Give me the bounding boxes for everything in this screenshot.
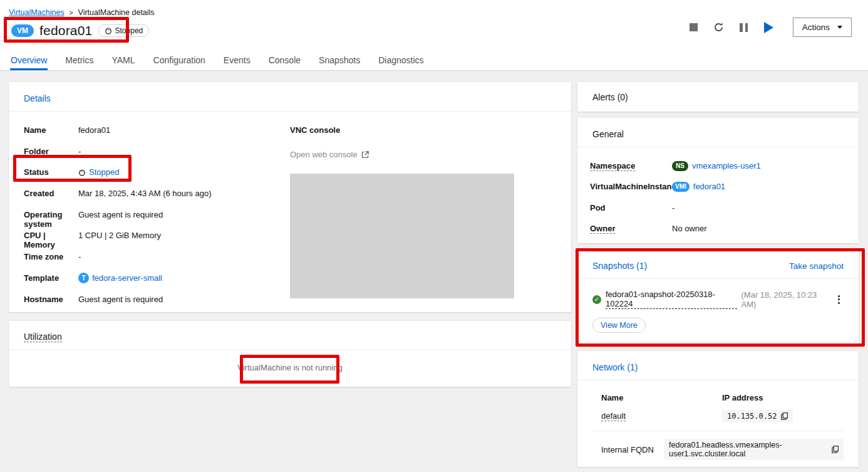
vnc-console-section: VNC console Open web console [290, 125, 556, 315]
general-value-namespace: NS vmexamples-user1 [672, 161, 844, 171]
detail-value-name: fedora01 [78, 125, 290, 135]
restart-icon [713, 22, 724, 33]
internal-fqdn-label: Internal FQDN [601, 445, 664, 454]
power-off-icon [105, 27, 112, 34]
left-column: Details Name fedora01 Folder - Status [9, 82, 571, 387]
snapshot-timestamp: (Mar 18, 2025, 10:23 AM) [741, 290, 830, 309]
network-row-ip: 10.135.0.52 [722, 407, 844, 429]
detail-value-cpu-memory: 1 CPU | 2 GiB Memory [78, 231, 290, 240]
overview-content: Details Name fedora01 Folder - Status [0, 71, 868, 467]
general-card-title: General [592, 129, 624, 139]
internal-fqdn-value: fedora01.headless.vmexamples-user1.svc.c… [669, 441, 827, 458]
network-col-ip: IP address [722, 389, 844, 407]
vm-details-page: VirtualMachines > VirtualMachine details… [0, 0, 868, 472]
detail-label-created: Created [24, 189, 78, 198]
copy-icon[interactable] [781, 412, 788, 420]
details-list: Name fedora01 Folder - Status Stopped Cr… [24, 125, 290, 315]
detail-value-status: Stopped [78, 167, 290, 177]
copy-icon[interactable] [832, 446, 839, 453]
general-label-vmi: VirtualMachineInstance [590, 182, 672, 191]
play-icon [764, 22, 773, 33]
detail-value-template: T fedora-server-small [78, 273, 290, 283]
open-web-console-link[interactable]: Open web console [290, 150, 556, 159]
snapshots-card: Snapshots (1) Take snapshot ✓ fedora01-s… [577, 249, 859, 346]
status-stopped-link[interactable]: Stopped [89, 167, 119, 177]
general-label-namespace: Namespace [590, 161, 672, 170]
breadcrumb-virtualmachines-link[interactable]: VirtualMachines [9, 8, 65, 17]
network-card-header: Network (1) [577, 351, 859, 380]
tab-metrics[interactable]: Metrics [65, 54, 94, 70]
snapshots-card-title[interactable]: Snapshots (1) [592, 261, 647, 271]
external-link-icon [361, 151, 369, 159]
details-card-header: Details [9, 82, 571, 112]
breadcrumb-current: VirtualMachine details [78, 8, 155, 17]
actions-dropdown-button[interactable]: Actions [793, 18, 852, 37]
actions-dropdown-label: Actions [802, 23, 830, 32]
general-list: Namespace NS vmexamples-user1 VirtualMac… [577, 147, 859, 245]
network-card-title[interactable]: Network (1) [592, 362, 638, 372]
vnc-screen-placeholder[interactable] [290, 174, 514, 298]
detail-value-timezone: - [78, 252, 290, 261]
tab-snapshots[interactable]: Snapshots [318, 54, 361, 70]
alerts-card-title: Alerts (0) [592, 92, 628, 102]
utilization-card: Utilization VirtualMachine is not runnin… [9, 321, 571, 387]
view-more-button[interactable]: View More [592, 318, 646, 333]
general-card: General Namespace NS vmexamples-user1 Vi… [577, 118, 859, 243]
detail-label-timezone: Time zone [24, 252, 78, 261]
tab-diagnostics[interactable]: Diagnostics [378, 54, 424, 70]
restart-button[interactable] [706, 18, 731, 37]
breadcrumb-separator: > [70, 9, 73, 16]
page-title: fedora01 [39, 23, 93, 38]
vm-resource-badge: VM [11, 24, 34, 37]
vm-action-toolbar: Actions [681, 18, 852, 37]
details-card-title[interactable]: Details [24, 93, 51, 103]
vmi-link[interactable]: fedora01 [693, 182, 725, 191]
detail-value-folder: - [78, 147, 290, 156]
detail-value-hostname: Guest agent is required [78, 295, 290, 304]
general-card-header: General [577, 118, 859, 147]
template-link[interactable]: fedora-server-small [92, 273, 162, 283]
breadcrumb: VirtualMachines > VirtualMachine details [9, 8, 858, 17]
vm-tab-bar: Overview Metrics YAML Configuration Even… [0, 54, 868, 71]
snapshots-card-header: Snapshots (1) Take snapshot [577, 249, 859, 279]
detail-label-cpu-memory: CPU | Memory [24, 231, 78, 249]
snapshot-name-link[interactable]: fedora01-snapshot-20250318-102224 [606, 290, 737, 309]
alerts-card[interactable]: Alerts (0) [577, 82, 859, 112]
snapshot-ready-icon: ✓ [592, 295, 601, 304]
detail-value-os: Guest agent is required [78, 210, 290, 219]
chevron-down-icon [837, 26, 842, 29]
open-web-console-label: Open web console [290, 150, 358, 159]
right-column: Alerts (0) General Namespace NS vmexampl… [577, 82, 859, 467]
tab-events[interactable]: Events [223, 54, 251, 70]
snapshot-row: ✓ fedora01-snapshot-20250318-102224 (Mar… [577, 279, 859, 309]
tab-console[interactable]: Console [268, 54, 301, 70]
tab-overview[interactable]: Overview [10, 54, 48, 70]
start-button[interactable] [757, 18, 782, 37]
tab-yaml[interactable]: YAML [111, 54, 135, 70]
kebab-menu-icon[interactable] [834, 293, 844, 307]
network-col-name: Name [601, 389, 722, 407]
detail-label-folder: Folder [24, 147, 78, 156]
detail-label-hostname: Hostname [24, 295, 78, 304]
vmi-badge-icon: VMI [672, 182, 690, 192]
pause-button[interactable] [731, 18, 757, 37]
status-badge: Stopped [98, 24, 150, 37]
internal-fqdn-row: Internal FQDN fedora01.headless.vmexampl… [601, 439, 844, 460]
template-badge-icon: T [78, 273, 89, 283]
tab-configuration[interactable]: Configuration [153, 54, 206, 70]
general-value-pod: - [672, 203, 844, 212]
stop-button[interactable] [681, 18, 706, 37]
vm-not-running-message: VirtualMachine is not running [229, 355, 351, 380]
power-off-icon [78, 169, 86, 176]
details-card: Details Name fedora01 Folder - Status [9, 82, 571, 312]
ip-address-chip: 10.135.0.52 [722, 410, 793, 422]
network-name-link[interactable]: default [601, 411, 626, 421]
general-value-vmi: VMI fedora01 [672, 182, 844, 192]
network-row-name: default [601, 407, 722, 429]
namespace-link[interactable]: vmexamples-user1 [692, 161, 761, 170]
detail-value-created: Mar 18, 2025, 4:43 AM (6 hours ago) [78, 189, 290, 198]
vnc-console-title: VNC console [290, 125, 556, 135]
take-snapshot-link[interactable]: Take snapshot [789, 261, 844, 271]
detail-label-template: Template [24, 273, 78, 283]
detail-label-os: Operating system [24, 210, 78, 229]
